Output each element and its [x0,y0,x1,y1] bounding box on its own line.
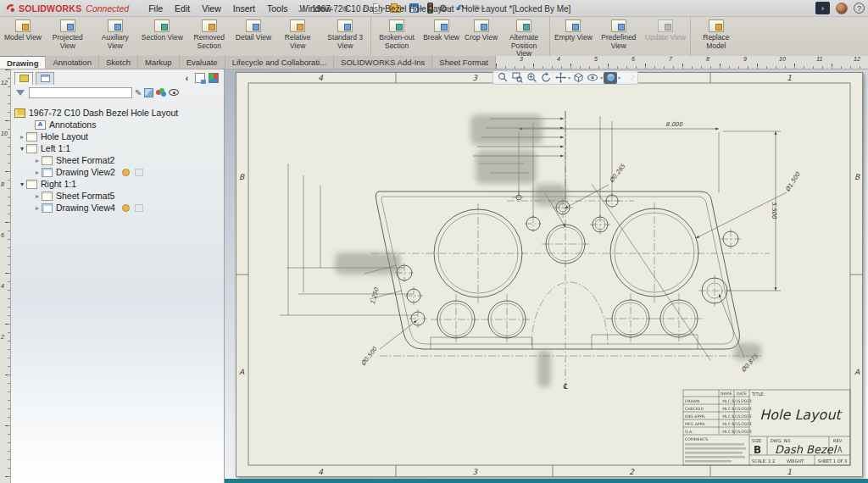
revision: A [837,447,843,454]
broken-out-section-icon [389,19,404,32]
display-style-button[interactable] [571,72,585,84]
expand-arrow[interactable] [33,204,42,212]
tab-solidworks-add-ins[interactable]: SOLIDWORKS Add-Ins [334,56,432,69]
tree-item-drawing-view2[interactable]: Drawing View2 [11,166,224,178]
svg-text:B: B [239,173,245,181]
zoom-in-out-button[interactable] [525,72,538,84]
sheet-lock-icon[interactable] [195,73,205,83]
hide-show-eye-icon[interactable] [169,89,179,96]
tab-drawing[interactable]: Drawing [0,56,46,69]
panel-filter-row: ✎ [11,85,224,100]
svg-text:MLC: MLC [722,422,731,426]
view-settings-button[interactable] [604,72,617,84]
collapse-arrow[interactable] [18,145,26,153]
drawing-sheet[interactable]: 4 3 2 1 4 3 2 1 B A B A [236,72,863,477]
3d-cube-icon[interactable] [209,73,219,83]
dim-hole-small: Ø0.265 [608,163,626,184]
expand-arrow[interactable] [33,169,42,176]
alternate-position-view-button[interactable]: Alternate Position View [501,18,547,55]
collapse-arrow[interactable] [18,180,26,188]
model-view-button[interactable]: Model View [3,18,43,55]
menu-file[interactable]: File [142,2,169,15]
svg-text:SCALE: 1:2: SCALE: 1:2 [752,458,775,464]
tab-annotation[interactable]: Annotation [46,56,98,69]
window-title: ☁ 1967-72 C10 Dash Bezel Hole Layout - H… [298,0,571,17]
chevron-down-icon[interactable]: ▾ [618,75,620,80]
model-reference-icon [135,204,143,212]
replace-model-button[interactable]: Replace Model [693,18,739,55]
rotate-view-button[interactable] [539,72,553,84]
pencil-icon[interactable]: ✎ [135,88,142,97]
tree-item-annotations[interactable]: Annotations [11,119,224,130]
predefined-view-button[interactable]: Predefined View [596,18,642,55]
menu-tools[interactable]: Tools [261,2,294,15]
expand-arrow[interactable] [33,192,42,200]
projected-view-button[interactable]: Projected View [45,18,91,55]
auxiliary-view-button[interactable]: Auxiliary View [92,18,138,55]
standard-3-view-button[interactable]: Standard 3 View [322,18,368,55]
menu-insert[interactable]: Insert [227,2,261,15]
svg-text:2: 2 [629,468,635,476]
3dexperience-launcher-button[interactable]: › [815,2,830,14]
break-view-button[interactable]: Break View [421,18,461,55]
tab-sheet-format[interactable]: Sheet Format [432,56,496,69]
feature-manager-tab[interactable] [14,72,33,85]
tree-item-left-sheet[interactable]: Left 1:1 [11,142,224,154]
command-tabs-row: Drawing Annotation Sketch Markup Evaluat… [0,56,868,69]
section-view-button[interactable]: Section View [140,18,185,55]
broken-out-section-button[interactable]: Broken-out Section [374,18,420,55]
tree-item-hole-layout[interactable]: Hole Layout [11,130,224,142]
tree-item-drawing-view4[interactable]: Drawing View4 [11,202,224,214]
tab-markup[interactable]: Markup [138,56,180,69]
horizontal-ruler: 345678910111213141516 [496,56,868,69]
tree-item-sheet-format5[interactable]: Sheet Format5 [11,190,224,202]
tree-item-root[interactable]: 1967-72 C10 Dash Bezel Hole Layout [11,107,224,119]
tab-lifecycle-collaboration[interactable]: Lifecycle and Collaborati... [225,56,334,69]
tree-item-sheet-format2[interactable]: Sheet Format2 [11,154,224,166]
drawing-sheet-svg: 4 3 2 1 4 3 2 1 B A B A [236,72,863,477]
tab-sketch[interactable]: Sketch [99,56,138,69]
tab-evaluate[interactable]: Evaluate [180,56,225,69]
menu-view[interactable]: View [196,2,227,15]
relative-view-button[interactable]: Relative View [275,18,320,55]
expand-arrow[interactable] [33,157,42,164]
heads-up-view-toolbar: ▾ ▾ ▾ [492,70,638,85]
graphics-area[interactable]: 4 3 2 1 4 3 2 1 B A B A [225,69,868,483]
drawing-view-icon [42,168,53,177]
svg-text:CHECKED: CHECKED [685,407,704,411]
detail-view-button[interactable]: Detail View [234,18,273,55]
removed-section-button[interactable]: Removed Section [186,18,232,55]
centerline-symbol: ℄ [563,382,568,391]
cloud-icon: ☁ [298,3,308,14]
user-avatar[interactable] [836,3,848,14]
pan-button[interactable] [554,72,567,84]
update-view-button[interactable]: Update View [643,18,687,55]
view-status-badge [122,169,130,176]
sheet-format-icon [42,192,53,201]
dim-hole-gauge: Ø1.500 [784,171,802,193]
property-manager-tab[interactable] [36,72,54,85]
zoom-to-fit-button[interactable] [496,72,509,84]
menu-edit[interactable]: Edit [169,2,196,15]
panel-header [11,69,224,85]
window-title-text: 1967-72 C10 Dash Bezel Hole Layout - Hol… [312,4,571,14]
help-button[interactable] [854,3,865,14]
filter-funnel-icon[interactable] [16,90,25,96]
svg-text:3: 3 [472,468,478,476]
empty-view-button[interactable]: Empty View [553,18,594,55]
svg-text:DRAWN: DRAWN [685,399,699,403]
svg-text:MLC: MLC [722,430,731,434]
projected-view-icon [60,19,75,32]
chevron-down-icon[interactable]: ▾ [600,75,603,80]
collapse-panel-button[interactable] [182,74,192,83]
tree-item-right-sheet[interactable]: Right 1:1 [11,178,224,190]
svg-text:DATE: DATE [737,391,747,396]
zoom-to-area-button[interactable] [510,72,524,84]
chevron-down-icon[interactable]: ▾ [568,75,570,80]
display-cube-icon[interactable] [144,88,153,97]
appearance-colors-icon[interactable] [156,88,166,97]
crop-view-button[interactable]: Crop View [463,18,499,55]
expand-arrow[interactable] [18,133,26,141]
hide-show-items-button[interactable] [586,72,599,84]
tree-filter-input[interactable] [29,87,132,98]
